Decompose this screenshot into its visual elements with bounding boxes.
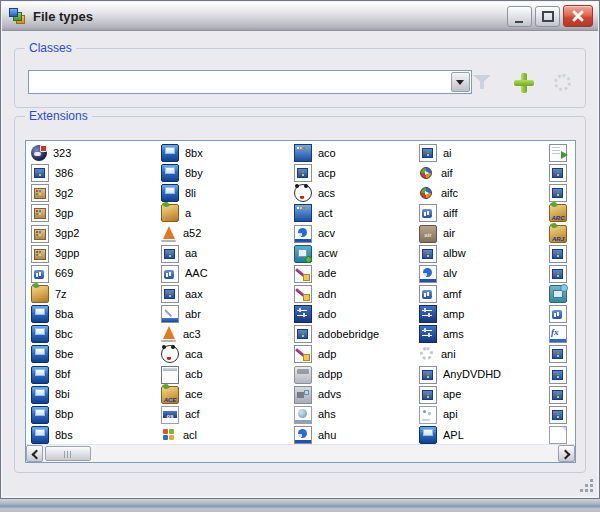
horizontal-scrollbar[interactable] <box>26 444 575 462</box>
extension-label: a <box>185 208 191 219</box>
extension-item[interactable]: APL <box>417 425 547 445</box>
extension-item[interactable]: 8be <box>29 344 159 364</box>
extension-item[interactable]: alv <box>417 264 547 284</box>
ps-blue-icon <box>419 426 437 444</box>
extension-item[interactable]: acv <box>292 224 417 244</box>
extension-item[interactable] <box>547 324 575 344</box>
extension-item[interactable]: adn <box>292 284 417 304</box>
extension-item[interactable]: ahu <box>292 425 417 445</box>
extension-item[interactable] <box>547 284 575 304</box>
access-db-icon <box>294 345 312 363</box>
extension-item[interactable]: acb <box>159 365 292 385</box>
combobox-dropdown-button[interactable] <box>451 72 470 92</box>
extension-item[interactable]: acl <box>159 425 292 445</box>
extension-item[interactable] <box>547 163 575 183</box>
extension-item[interactable]: 8li <box>159 183 292 203</box>
extension-item[interactable]: 8bc <box>29 324 159 344</box>
extension-item[interactable] <box>547 344 575 364</box>
media-doc-icon <box>549 386 567 404</box>
extension-item[interactable] <box>547 304 575 324</box>
extension-item[interactable]: acp <box>292 163 417 183</box>
extension-item[interactable]: aif <box>417 163 547 183</box>
extension-item[interactable]: api <box>417 405 547 425</box>
extension-item[interactable]: 8by <box>159 163 292 183</box>
extension-item[interactable]: 3gpp <box>29 244 159 264</box>
add-button[interactable] <box>512 71 536 95</box>
extension-item[interactable]: 8bp <box>29 405 159 425</box>
extension-item[interactable]: AAC <box>159 264 292 284</box>
extension-item[interactable]: 3gp2 <box>29 224 159 244</box>
extension-item[interactable]: 7z <box>29 284 159 304</box>
extension-item[interactable] <box>547 264 575 284</box>
extension-item[interactable]: 3gp <box>29 203 159 223</box>
ps-blue-icon <box>31 426 49 444</box>
extension-item[interactable]: ado <box>292 304 417 324</box>
extension-item[interactable]: acw <box>292 244 417 264</box>
extension-item[interactable] <box>547 425 575 445</box>
extension-item[interactable]: aa <box>159 244 292 264</box>
extension-label: 8bs <box>55 430 73 441</box>
extension-label: acb <box>185 369 203 380</box>
extension-item[interactable] <box>547 183 575 203</box>
extension-item[interactable]: air <box>417 224 547 244</box>
extension-label: 8bf <box>55 369 70 380</box>
extension-item[interactable]: acf <box>159 405 292 425</box>
extension-item[interactable]: ade <box>292 264 417 284</box>
settings-button[interactable] <box>551 71 575 95</box>
extension-item[interactable]: aca <box>159 344 292 364</box>
classes-combobox[interactable] <box>28 70 472 94</box>
close-button[interactable] <box>563 5 593 27</box>
extension-item[interactable] <box>547 203 575 223</box>
extension-item[interactable]: ai <box>417 143 547 163</box>
extension-item[interactable]: aifc <box>417 183 547 203</box>
extension-item[interactable]: ahs <box>292 405 417 425</box>
extension-label: ade <box>318 268 336 279</box>
minimize-button[interactable] <box>507 6 532 27</box>
extension-item[interactable]: adpp <box>292 365 417 385</box>
extension-item[interactable]: amp <box>417 304 547 324</box>
extension-item[interactable]: ape <box>417 385 547 405</box>
extension-item[interactable]: ace <box>159 385 292 405</box>
extension-item[interactable]: AnyDVDHD <box>417 365 547 385</box>
extension-item[interactable]: a52 <box>159 224 292 244</box>
extension-item[interactable]: 669 <box>29 264 159 284</box>
extension-item[interactable]: aax <box>159 284 292 304</box>
extension-item[interactable]: a <box>159 203 292 223</box>
extension-item[interactable]: adp <box>292 344 417 364</box>
extension-item[interactable]: abr <box>159 304 292 324</box>
media-doc-icon <box>31 164 49 182</box>
extension-item[interactable]: aco <box>292 143 417 163</box>
extension-item[interactable] <box>547 385 575 405</box>
extension-item[interactable] <box>547 405 575 425</box>
extension-item[interactable] <box>547 143 575 163</box>
scroll-right-button[interactable] <box>558 445 575 462</box>
extension-item[interactable] <box>547 365 575 385</box>
extension-item[interactable]: amf <box>417 284 547 304</box>
extension-item[interactable]: 8bi <box>29 385 159 405</box>
extension-item[interactable]: ac3 <box>159 324 292 344</box>
extension-item[interactable]: aiff <box>417 203 547 223</box>
extension-item[interactable]: 323 <box>29 143 159 163</box>
scroll-left-button[interactable] <box>26 445 43 462</box>
resize-grip-icon[interactable] <box>579 478 593 492</box>
extension-item[interactable]: 8ba <box>29 304 159 324</box>
extension-item[interactable]: 8bs <box>29 425 159 445</box>
maximize-button[interactable] <box>535 6 560 27</box>
vlc-cone-icon <box>161 226 177 242</box>
filter-button[interactable] <box>471 71 495 95</box>
media-doc-icon <box>161 285 179 303</box>
scrollbar-thumb[interactable] <box>45 446 91 461</box>
extension-item[interactable]: 8bx <box>159 143 292 163</box>
extension-item[interactable]: albw <box>417 244 547 264</box>
extension-item[interactable] <box>547 224 575 244</box>
extension-item[interactable]: ani <box>417 344 547 364</box>
extension-item[interactable]: ams <box>417 324 547 344</box>
extension-item[interactable]: 386 <box>29 163 159 183</box>
extension-item[interactable]: 8bf <box>29 365 159 385</box>
extension-item[interactable]: acs <box>292 183 417 203</box>
extension-item[interactable]: advs <box>292 385 417 405</box>
extension-item[interactable]: 3g2 <box>29 183 159 203</box>
extension-item[interactable]: act <box>292 203 417 223</box>
extension-item[interactable] <box>547 244 575 264</box>
extension-item[interactable]: adobebridge <box>292 324 417 344</box>
